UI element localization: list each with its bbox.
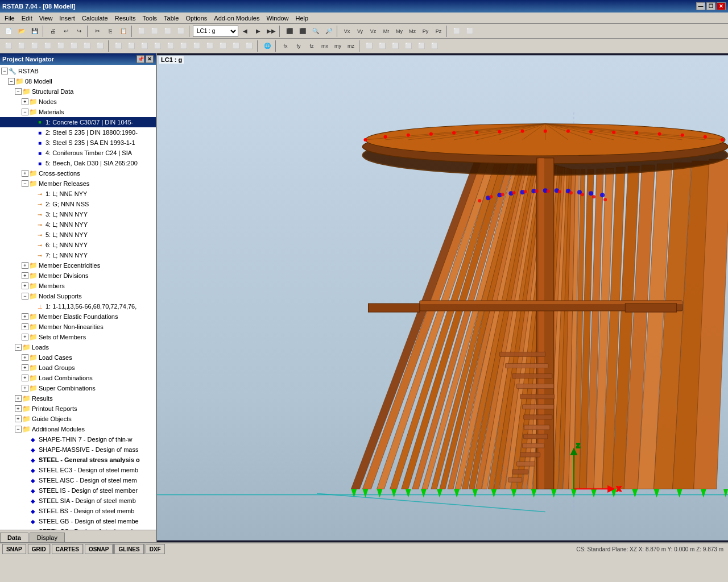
expand-members[interactable]: +: [22, 282, 28, 289]
toolbar2-btn18[interactable]: ⬜: [230, 40, 242, 52]
toolbar2-extra6[interactable]: ⬜: [428, 40, 441, 52]
toolbar2-btn15[interactable]: ⬜: [191, 40, 203, 52]
toolbar-copy[interactable]: ⎘: [104, 25, 117, 38]
toolbar2-globe[interactable]: 🌐: [261, 40, 274, 52]
tree-item-steelis[interactable]: ◆STEEL IS - Design of steel member: [0, 485, 156, 496]
cartes-btn[interactable]: CARTES: [52, 544, 83, 554]
tree-item-memberdivisions[interactable]: +📁Member Divisions: [0, 271, 156, 281]
tree-item-supercombinations[interactable]: +📁Super Combinations: [0, 383, 156, 393]
tree-item-shapethin[interactable]: ◆SHAPE-THIN 7 - Design of thin-w: [0, 434, 156, 444]
tree-item-membernonlin[interactable]: +📁Member Non-linearities: [0, 322, 156, 332]
expand-membereccentricities[interactable]: +: [22, 262, 28, 269]
toolbar2-my[interactable]: my: [332, 40, 344, 52]
expand-memberreleases[interactable]: −: [22, 180, 28, 187]
dxf-btn[interactable]: DXF: [146, 544, 165, 554]
expand-loadgroups[interactable]: +: [22, 364, 28, 371]
toolbar-new[interactable]: 📄: [2, 25, 15, 38]
tree-item-mat4[interactable]: ■4: Coniferous Timber C24 | SIA: [0, 148, 156, 158]
toolbar2-extra4[interactable]: ⬜: [402, 40, 415, 52]
toolbar-3d1[interactable]: ⬛: [283, 25, 296, 38]
tree-item-loadcombinations[interactable]: +📁Load Combinations: [0, 373, 156, 383]
tree-item-ns1[interactable]: ⊥1: 1-11,13,56-66,68,70,72,74,76,: [0, 301, 156, 311]
expand-results[interactable]: +: [15, 395, 22, 402]
toolbar2-btn14[interactable]: ⬜: [177, 40, 190, 52]
tree-item-rstab[interactable]: −🔧RSTAB: [0, 66, 156, 76]
glines-btn[interactable]: GLINES: [114, 544, 143, 554]
toolbar-pz[interactable]: Pz: [432, 25, 445, 38]
menu-window[interactable]: Window: [263, 14, 292, 23]
tree-item-mat5[interactable]: ■5: Beech, Oak D30 | SIA 265:200: [0, 158, 156, 168]
toolbar2-extra3[interactable]: ⬜: [389, 40, 402, 52]
tree-item-steelsia[interactable]: ◆STEEL SIA - Design of steel memb: [0, 496, 156, 506]
toolbar-zoomout[interactable]: 🔎: [322, 25, 335, 38]
tree-item-mat1[interactable]: ■1: Concrete C30/37 | DIN 1045-: [0, 117, 156, 127]
tree-item-results[interactable]: +📁Results: [0, 393, 156, 404]
tree-item-mat2[interactable]: ■2: Steel S 235 | DIN 18800:1990-: [0, 127, 156, 138]
tree-item-materials[interactable]: −📁Materials: [0, 107, 156, 117]
toolbar2-btn10[interactable]: ⬜: [125, 40, 138, 52]
toolbar-more2[interactable]: ⬜: [464, 25, 476, 38]
toolbar2-btn12[interactable]: ⬜: [151, 40, 164, 52]
tree-item-mr6[interactable]: ⊸6: L; NNN NYY: [0, 240, 156, 250]
tree-item-loads[interactable]: −📁Loads: [0, 342, 156, 352]
tree-item-membereccentricities[interactable]: +📁Member Eccentricities: [0, 260, 156, 271]
tree-item-structural[interactable]: −📁Structural Data: [0, 86, 156, 97]
load-case-combo[interactable]: LC1 : g: [193, 26, 238, 37]
tree-item-nodalsupports[interactable]: −📁Nodal Supports: [0, 291, 156, 301]
tree-item-printoutreports[interactable]: +📁Printout Reports: [0, 404, 156, 414]
toolbar2-fz[interactable]: fz: [305, 40, 318, 52]
tree-item-steelbs[interactable]: ◆STEEL BS - Design of steel memb: [0, 506, 156, 516]
expand-printoutreports[interactable]: +: [15, 405, 22, 412]
toolbar-print[interactable]: 🖨: [47, 25, 59, 38]
tree-item-08modell[interactable]: −📁08 Modell: [0, 76, 156, 86]
menu-file[interactable]: File: [1, 14, 18, 23]
tree-item-mr4[interactable]: ⊸4: L; NNN NYY: [0, 219, 156, 230]
toolbar2-btn17[interactable]: ⬜: [217, 40, 229, 52]
expand-guideobjects[interactable]: +: [15, 415, 22, 422]
tree-item-crosssections[interactable]: +📁Cross-sections: [0, 168, 156, 178]
menu-calculate[interactable]: Calculate: [78, 14, 111, 23]
toolbar-more1[interactable]: ⬜: [450, 25, 463, 38]
tree-item-setsofmembers[interactable]: +📁Sets of Members: [0, 332, 156, 342]
toolbar-run[interactable]: ▶▶: [265, 25, 278, 38]
toolbar-paste[interactable]: 📋: [117, 25, 130, 38]
toolbar-btn-a[interactable]: ⬜: [135, 25, 148, 38]
toolbar2-btn8[interactable]: ⬜: [94, 40, 106, 52]
expand-structural[interactable]: −: [15, 88, 22, 95]
viewport[interactable]: LC1 : g: [157, 53, 728, 542]
toolbar2-extra2[interactable]: ⬜: [376, 40, 388, 52]
minimize-button[interactable]: —: [696, 2, 705, 10]
toolbar-mz[interactable]: Mz: [406, 25, 419, 38]
expand-08modell[interactable]: −: [8, 78, 15, 85]
menu-tools[interactable]: Tools: [139, 14, 160, 23]
expand-loadcombinations[interactable]: +: [22, 375, 28, 381]
tab-data[interactable]: Data: [0, 533, 28, 542]
expand-setsofmembers[interactable]: +: [22, 334, 28, 340]
expand-additionalmodules[interactable]: −: [15, 426, 22, 433]
toolbar2-fx[interactable]: fx: [279, 40, 292, 52]
menu-table[interactable]: Table: [160, 14, 182, 23]
toolbar2-btn11[interactable]: ⬜: [138, 40, 151, 52]
toolbar-3d2[interactable]: ⬛: [296, 25, 309, 38]
snap-btn[interactable]: SNAP: [2, 544, 26, 554]
expand-crosssections[interactable]: +: [22, 170, 28, 177]
toolbar-mr[interactable]: Mr: [380, 25, 392, 38]
tree-item-steel[interactable]: ◆STEEL - General stress analysis o: [0, 455, 156, 465]
expand-nodalsupports[interactable]: −: [22, 293, 28, 300]
tree-item-nodes[interactable]: +📁Nodes: [0, 97, 156, 107]
toolbar-vz[interactable]: Vz: [367, 25, 379, 38]
expand-supercombinations[interactable]: +: [22, 385, 28, 392]
toolbar2-btn19[interactable]: ⬜: [243, 40, 255, 52]
menu-help[interactable]: Help: [292, 14, 312, 23]
toolbar2-extra5[interactable]: ⬜: [415, 40, 428, 52]
toolbar-save[interactable]: 💾: [28, 25, 41, 38]
tree-item-shapemassive[interactable]: ◆SHAPE-MASSIVE - Design of mass: [0, 444, 156, 455]
tree-item-loadcases[interactable]: +📁Load Cases: [0, 352, 156, 363]
grid-btn[interactable]: GRID: [28, 544, 50, 554]
expand-loads[interactable]: −: [15, 344, 22, 351]
tree-item-mr2[interactable]: ⊸2: G; NNN NSS: [0, 199, 156, 209]
toolbar2-btn9[interactable]: ⬜: [112, 40, 125, 52]
toolbar2-btn16[interactable]: ⬜: [204, 40, 216, 52]
menu-options[interactable]: Options: [182, 14, 210, 23]
tree-item-memberelastic[interactable]: +📁Member Elastic Foundations: [0, 311, 156, 322]
